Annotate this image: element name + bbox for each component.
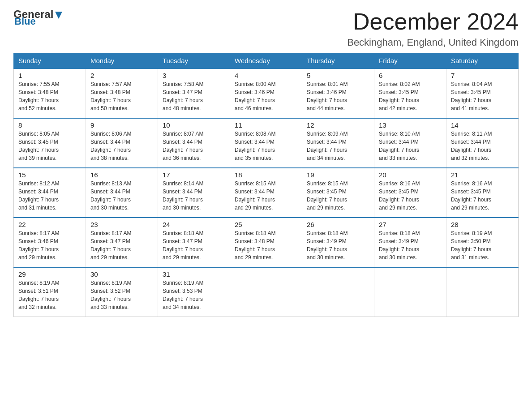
day-number: 5 [307, 72, 369, 79]
calendar-week-row-5: 29 Sunrise: 8:19 AM Sunset: 3:51 PM Dayl… [14, 267, 519, 317]
day-number: 8 [18, 121, 81, 129]
day-number: 27 [379, 221, 442, 228]
location-subtitle: Beckingham, England, United Kingdom [347, 37, 519, 48]
day-number: 19 [307, 171, 369, 179]
calendar-week-row-1: 1 Sunrise: 7:55 AM Sunset: 3:48 PM Dayli… [14, 68, 519, 118]
day-info: Sunrise: 8:00 AM Sunset: 3:46 PM Dayligh… [235, 80, 297, 112]
col-monday: Monday [86, 53, 158, 69]
calendar-cell: 14 Sunrise: 8:11 AM Sunset: 3:44 PM Dayl… [446, 118, 519, 168]
day-info: Sunrise: 8:14 AM Sunset: 3:44 PM Dayligh… [163, 180, 225, 212]
day-number: 17 [163, 171, 225, 179]
day-number: 1 [18, 72, 81, 79]
day-number: 4 [235, 72, 297, 79]
calendar-cell: 1 Sunrise: 7:55 AM Sunset: 3:48 PM Dayli… [14, 68, 86, 118]
day-info: Sunrise: 8:12 AM Sunset: 3:44 PM Dayligh… [18, 180, 81, 212]
day-number: 18 [235, 171, 297, 179]
calendar-cell [374, 267, 446, 317]
day-info: Sunrise: 8:19 AM Sunset: 3:50 PM Dayligh… [451, 229, 514, 261]
day-number: 21 [451, 171, 514, 179]
day-number: 28 [451, 221, 514, 228]
day-number: 13 [379, 121, 442, 129]
calendar-cell: 5 Sunrise: 8:01 AM Sunset: 3:46 PM Dayli… [302, 68, 374, 118]
day-info: Sunrise: 8:18 AM Sunset: 3:49 PM Dayligh… [307, 229, 369, 261]
day-info: Sunrise: 7:58 AM Sunset: 3:47 PM Dayligh… [163, 80, 225, 112]
day-info: Sunrise: 8:11 AM Sunset: 3:44 PM Dayligh… [451, 130, 514, 162]
day-info: Sunrise: 8:15 AM Sunset: 3:44 PM Dayligh… [235, 180, 297, 212]
calendar-cell: 25 Sunrise: 8:18 AM Sunset: 3:48 PM Dayl… [230, 218, 302, 267]
col-friday: Friday [374, 53, 446, 69]
calendar-week-row-2: 8 Sunrise: 8:05 AM Sunset: 3:45 PM Dayli… [14, 118, 519, 168]
calendar-cell: 12 Sunrise: 8:09 AM Sunset: 3:44 PM Dayl… [302, 118, 374, 168]
title-section: December 2024 Beckingham, England, Unite… [347, 9, 519, 48]
calendar-cell: 23 Sunrise: 8:17 AM Sunset: 3:47 PM Dayl… [86, 218, 158, 267]
calendar-cell: 31 Sunrise: 8:19 AM Sunset: 3:53 PM Dayl… [158, 267, 230, 317]
day-info: Sunrise: 8:15 AM Sunset: 3:45 PM Dayligh… [307, 180, 369, 212]
logo-blue: Blue [14, 17, 36, 26]
day-info: Sunrise: 8:16 AM Sunset: 3:45 PM Dayligh… [379, 180, 442, 212]
day-info: Sunrise: 7:57 AM Sunset: 3:48 PM Dayligh… [90, 80, 153, 112]
calendar-cell: 11 Sunrise: 8:08 AM Sunset: 3:44 PM Dayl… [230, 118, 302, 168]
calendar-cell: 18 Sunrise: 8:15 AM Sunset: 3:44 PM Dayl… [230, 168, 302, 218]
calendar-cell: 3 Sunrise: 7:58 AM Sunset: 3:47 PM Dayli… [158, 68, 230, 118]
day-number: 16 [90, 171, 153, 179]
day-info: Sunrise: 8:06 AM Sunset: 3:44 PM Dayligh… [90, 130, 153, 162]
calendar-cell: 10 Sunrise: 8:07 AM Sunset: 3:44 PM Dayl… [158, 118, 230, 168]
day-number: 10 [163, 121, 225, 129]
day-number: 3 [163, 72, 225, 79]
calendar-cell: 19 Sunrise: 8:15 AM Sunset: 3:45 PM Dayl… [302, 168, 374, 218]
day-info: Sunrise: 8:13 AM Sunset: 3:44 PM Dayligh… [90, 180, 153, 212]
day-info: Sunrise: 8:19 AM Sunset: 3:53 PM Dayligh… [163, 279, 225, 311]
calendar-cell: 6 Sunrise: 8:02 AM Sunset: 3:45 PM Dayli… [374, 68, 446, 118]
day-info: Sunrise: 8:16 AM Sunset: 3:45 PM Dayligh… [451, 180, 514, 212]
day-number: 15 [18, 171, 81, 179]
calendar-week-row-3: 15 Sunrise: 8:12 AM Sunset: 3:44 PM Dayl… [14, 168, 519, 218]
day-info: Sunrise: 8:17 AM Sunset: 3:47 PM Dayligh… [90, 229, 153, 261]
col-sunday: Sunday [14, 53, 86, 69]
calendar-cell: 13 Sunrise: 8:10 AM Sunset: 3:44 PM Dayl… [374, 118, 446, 168]
day-info: Sunrise: 8:18 AM Sunset: 3:48 PM Dayligh… [235, 229, 297, 261]
calendar-cell: 28 Sunrise: 8:19 AM Sunset: 3:50 PM Dayl… [446, 218, 519, 267]
day-info: Sunrise: 7:55 AM Sunset: 3:48 PM Dayligh… [18, 80, 81, 112]
day-info: Sunrise: 8:09 AM Sunset: 3:44 PM Dayligh… [307, 130, 369, 162]
day-number: 24 [163, 221, 225, 228]
calendar-cell: 16 Sunrise: 8:13 AM Sunset: 3:44 PM Dayl… [86, 168, 158, 218]
day-number: 23 [90, 221, 153, 228]
day-number: 30 [90, 270, 153, 278]
day-info: Sunrise: 8:19 AM Sunset: 3:52 PM Dayligh… [90, 279, 153, 311]
day-info: Sunrise: 8:17 AM Sunset: 3:46 PM Dayligh… [18, 229, 81, 261]
day-info: Sunrise: 8:01 AM Sunset: 3:46 PM Dayligh… [307, 80, 369, 112]
calendar-cell: 22 Sunrise: 8:17 AM Sunset: 3:46 PM Dayl… [14, 218, 86, 267]
day-info: Sunrise: 8:05 AM Sunset: 3:45 PM Dayligh… [18, 130, 81, 162]
day-info: Sunrise: 8:02 AM Sunset: 3:45 PM Dayligh… [379, 80, 442, 112]
calendar-week-row-4: 22 Sunrise: 8:17 AM Sunset: 3:46 PM Dayl… [14, 218, 519, 267]
day-info: Sunrise: 8:07 AM Sunset: 3:44 PM Dayligh… [163, 130, 225, 162]
calendar-cell: 30 Sunrise: 8:19 AM Sunset: 3:52 PM Dayl… [86, 267, 158, 317]
day-number: 29 [18, 270, 81, 278]
calendar-table: Sunday Monday Tuesday Wednesday Thursday… [13, 53, 519, 317]
day-number: 26 [307, 221, 369, 228]
calendar-cell: 27 Sunrise: 8:18 AM Sunset: 3:49 PM Dayl… [374, 218, 446, 267]
day-number: 2 [90, 72, 153, 79]
day-info: Sunrise: 8:18 AM Sunset: 3:49 PM Dayligh… [379, 229, 442, 261]
calendar-cell: 24 Sunrise: 8:18 AM Sunset: 3:47 PM Dayl… [158, 218, 230, 267]
day-number: 31 [163, 270, 225, 278]
day-info: Sunrise: 8:08 AM Sunset: 3:44 PM Dayligh… [235, 130, 297, 162]
svg-marker-0 [55, 12, 62, 19]
col-saturday: Saturday [446, 53, 519, 69]
day-number: 14 [451, 121, 514, 129]
calendar-cell: 20 Sunrise: 8:16 AM Sunset: 3:45 PM Dayl… [374, 168, 446, 218]
calendar-cell: 8 Sunrise: 8:05 AM Sunset: 3:45 PM Dayli… [14, 118, 86, 168]
calendar-cell [446, 267, 519, 317]
calendar-cell [302, 267, 374, 317]
page-header: General Blue December 2024 Beckingham, E… [13, 9, 519, 48]
calendar-cell: 17 Sunrise: 8:14 AM Sunset: 3:44 PM Dayl… [158, 168, 230, 218]
day-number: 7 [451, 72, 514, 79]
calendar-cell: 7 Sunrise: 8:04 AM Sunset: 3:45 PM Dayli… [446, 68, 519, 118]
col-thursday: Thursday [302, 53, 374, 69]
day-number: 11 [235, 121, 297, 129]
calendar-cell [230, 267, 302, 317]
calendar-cell: 21 Sunrise: 8:16 AM Sunset: 3:45 PM Dayl… [446, 168, 519, 218]
calendar-cell: 29 Sunrise: 8:19 AM Sunset: 3:51 PM Dayl… [14, 267, 86, 317]
calendar-header-row: Sunday Monday Tuesday Wednesday Thursday… [14, 53, 519, 69]
day-info: Sunrise: 8:19 AM Sunset: 3:51 PM Dayligh… [18, 279, 81, 311]
